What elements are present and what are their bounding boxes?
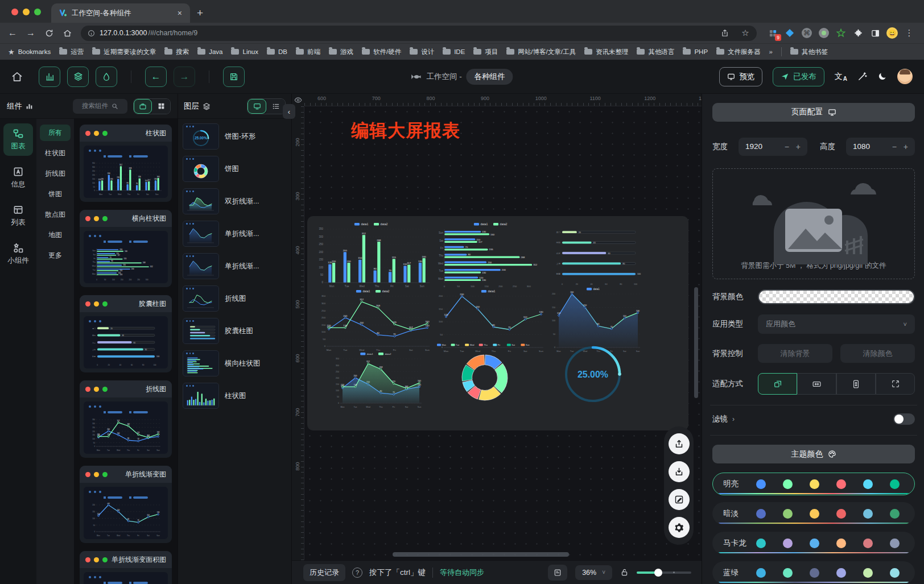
sidebar-item-2[interactable]: 信息 — [3, 161, 33, 194]
maximize-window-button[interactable] — [34, 9, 41, 15]
theme-row-暗淡[interactable]: 暗淡 — [712, 502, 915, 525]
new-tab-button[interactable]: + — [190, 7, 211, 23]
layer-item[interactable]: 单折线渐... — [183, 253, 287, 279]
bookmarks-manager[interactable]: ★Bookmarks — [8, 48, 51, 56]
zoom-select[interactable]: 36%˅ — [575, 565, 612, 580]
bookmark-item[interactable]: 其他语言 — [637, 48, 674, 56]
browser-forward-button[interactable]: → — [23, 25, 39, 41]
toolbox-view-toggle[interactable] — [134, 99, 152, 114]
bookmark-item[interactable]: 设计 — [410, 48, 434, 56]
fit-auto-button[interactable] — [758, 373, 797, 395]
clear-background-button[interactable]: 清除背景 — [758, 344, 832, 363]
publish-button[interactable]: 已发布 — [773, 67, 824, 86]
component-card[interactable]: 柱状图0501001502002503003501202001508070110… — [80, 125, 172, 202]
bookmark-item[interactable]: 软件/硬件 — [362, 48, 401, 56]
export-button[interactable] — [669, 433, 690, 454]
width-decrease[interactable]: − — [785, 142, 789, 151]
bookmark-item[interactable]: DB — [267, 48, 287, 56]
notes-button[interactable] — [548, 565, 567, 581]
browser-back-button[interactable]: ← — [5, 25, 20, 41]
fit-width-button[interactable] — [797, 373, 836, 395]
zoom-slider-knob[interactable] — [654, 569, 662, 577]
profile-avatar[interactable]: 😀 — [886, 27, 898, 39]
minimize-window-button[interactable] — [23, 9, 30, 15]
bar-chart[interactable]: 0501001502002503003501202001508070110130… — [316, 222, 431, 288]
filter-toggle[interactable] — [893, 413, 915, 425]
donut-chart[interactable]: MonTueWedThuFriSatSun — [436, 342, 534, 406]
category-2[interactable]: 柱状图 — [40, 145, 71, 161]
canvas-title-text[interactable]: 编辑大屏报表 — [351, 119, 460, 143]
category-6[interactable]: 地图 — [40, 227, 71, 243]
extension-command-icon[interactable]: ⌘ — [801, 27, 812, 39]
component-card[interactable]: 横向柱状图Sun130160Sat110117Fri70155Thu80268W… — [80, 210, 172, 287]
bookmark-item[interactable]: IDE — [443, 48, 465, 56]
layer-item[interactable]: 单折线渐... — [183, 221, 287, 247]
bookmark-item[interactable]: 搜索 — [164, 48, 189, 56]
extension-diamond-icon[interactable] — [784, 27, 795, 39]
fit-height-button[interactable] — [836, 373, 876, 395]
bookmark-item[interactable]: 网站/博客/文章/工具 — [506, 48, 576, 56]
zoom-slider[interactable] — [637, 569, 691, 577]
component-card[interactable]: 单折线渐变图0501001502001202001508070110130Mon… — [80, 466, 172, 543]
bookmark-item[interactable]: 游戏 — [329, 48, 353, 56]
category-4[interactable]: 饼图 — [40, 186, 71, 202]
component-card[interactable]: 单折线渐变面积图0501001502001202001508070110130M… — [80, 551, 172, 584]
browser-tab[interactable]: 工作空间-各种组件 × — [51, 3, 190, 23]
dark-mode-moon-icon[interactable] — [877, 72, 887, 81]
bookmark-star-icon[interactable]: ☆ — [737, 25, 753, 41]
category-1[interactable]: 所有 — [40, 125, 71, 141]
bookmark-item[interactable]: 运营 — [59, 48, 84, 56]
browser-menu-icon[interactable]: ⋮ — [904, 27, 915, 39]
height-increase[interactable]: + — [904, 142, 908, 151]
capsule-chart[interactable]: 厦门20南阳40北京60上海80新疆100020406080100 — [553, 225, 644, 285]
extension-grid-icon[interactable]: 9 — [767, 27, 778, 39]
history-button[interactable]: 历史记录 — [303, 564, 345, 581]
bookmark-item[interactable]: 前端 — [296, 48, 320, 56]
edit-button[interactable] — [669, 489, 690, 510]
bookmarks-overflow-button[interactable]: » — [769, 48, 773, 55]
ring-chart[interactable]: 25.00% — [561, 342, 625, 406]
layer-item[interactable]: 胶囊柱图 — [183, 318, 287, 344]
preview-button[interactable]: 预览 — [719, 67, 762, 86]
search-input[interactable]: 搜索组件 — [73, 99, 127, 114]
bookmark-item[interactable]: Java — [197, 48, 222, 56]
layer-item[interactable]: 柱状图 — [183, 383, 287, 409]
height-input[interactable]: 1080 −+ — [846, 138, 915, 156]
sidebar-item-4[interactable]: 小组件 — [3, 238, 33, 270]
sidebar-toggle-icon[interactable] — [869, 27, 881, 39]
hbar-chart[interactable]: Sun130160Sat110117Fri70155Thu80268Wed150… — [436, 222, 551, 288]
theme-row-马卡龙[interactable]: 马卡龙 — [712, 532, 915, 554]
extension-star-icon[interactable] — [835, 27, 847, 39]
magic-wand-icon[interactable] — [857, 72, 867, 81]
settings-button[interactable] — [669, 517, 690, 538]
share-icon[interactable] — [717, 25, 733, 41]
details-panel-button[interactable] — [96, 67, 117, 87]
layer-item[interactable]: 双折线渐... — [183, 188, 287, 214]
tab-close-icon[interactable]: × — [175, 9, 184, 18]
bookmark-item[interactable]: Linux — [231, 48, 258, 56]
component-card[interactable]: 胶囊柱图厦门20南阳40北京60上海80新疆100020406080100 — [80, 295, 172, 372]
redo-button[interactable]: → — [174, 67, 195, 87]
category-3[interactable]: 折线图 — [40, 165, 71, 182]
layer-item[interactable]: 横向柱状图 — [183, 350, 287, 376]
height-decrease[interactable]: − — [892, 142, 897, 151]
undo-button[interactable]: ← — [145, 67, 167, 87]
user-avatar[interactable] — [897, 69, 913, 84]
url-bar[interactable]: 127.0.0.1:3000/#/chart/home/9 ☆ — [81, 26, 757, 41]
layer-item[interactable]: 折线图 — [183, 285, 287, 312]
close-window-button[interactable] — [11, 9, 18, 15]
component-card[interactable]: 折线图0501001502002503003501202001508070110… — [80, 380, 172, 458]
home-icon[interactable] — [11, 71, 23, 82]
vertical-scrollbar[interactable] — [694, 287, 698, 398]
help-icon[interactable]: ? — [352, 568, 362, 578]
sidebar-item-1[interactable]: 图表 — [3, 123, 33, 156]
save-button[interactable] — [223, 67, 245, 87]
theme-color-header[interactable]: 主题颜色 — [712, 445, 915, 463]
browser-home-button[interactable] — [59, 25, 75, 41]
charts-panel-button[interactable] — [39, 67, 60, 87]
theme-row-明亮[interactable]: 明亮 — [712, 473, 915, 495]
extension-dot-icon[interactable] — [818, 27, 830, 39]
line2-chart[interactable]: 0501001502002503003501202001508070110130… — [319, 289, 432, 351]
background-upload-area[interactable]: 背景图需小于 5M ， 格式为 png/jpg/gif 的文件 — [712, 168, 915, 279]
sidebar-item-3[interactable]: 列表 — [3, 200, 33, 232]
